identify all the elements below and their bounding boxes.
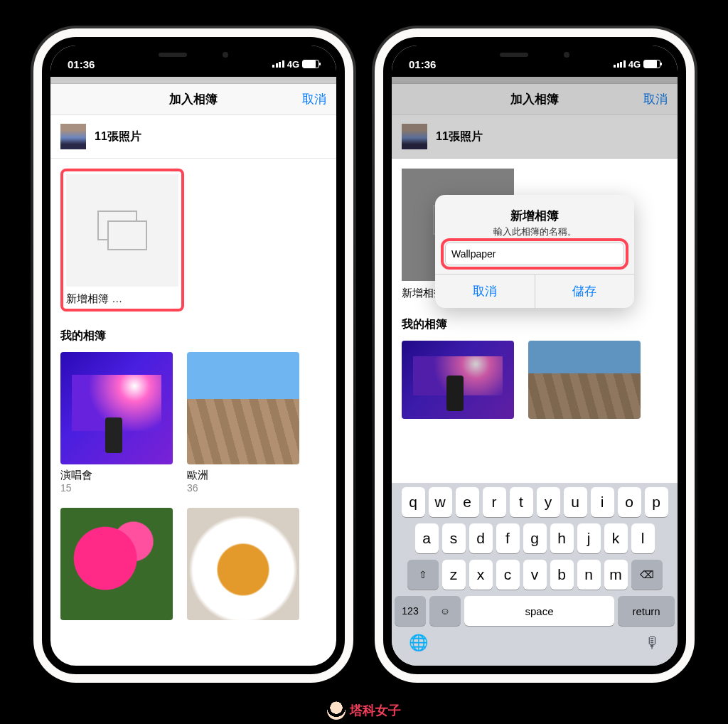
signal-icon xyxy=(614,60,626,68)
album-item[interactable] xyxy=(528,341,641,419)
backspace-key[interactable]: ⌫ xyxy=(631,560,663,590)
cancel-button[interactable]: 取消 xyxy=(302,91,326,107)
key-e[interactable]: e xyxy=(456,487,479,517)
key-n[interactable]: n xyxy=(577,560,601,590)
nav-bar: 加入相簿 取消 xyxy=(50,84,336,115)
space-key[interactable]: space xyxy=(464,596,614,626)
dialog-save-button[interactable]: 儲存 xyxy=(535,275,635,308)
selection-thumbnail xyxy=(402,124,427,149)
my-albums-header: 我的相簿 xyxy=(402,317,668,332)
battery-icon xyxy=(302,60,319,68)
phone-left: 01:36 4G 加入相簿 取消 11張照片 新增相簿 … 我的相簿 xyxy=(33,28,353,683)
keyboard-row-3: ⇧zxcvbnm⌫ xyxy=(395,560,675,590)
key-c[interactable]: c xyxy=(496,560,520,590)
emoji-key[interactable]: ☺ xyxy=(429,596,461,626)
key-b[interactable]: b xyxy=(550,560,574,590)
return-key[interactable]: return xyxy=(618,596,675,626)
dialog-title: 新增相簿 xyxy=(448,208,621,224)
selection-summary: 11張照片 xyxy=(50,115,336,159)
watermark-text: 塔科女子 xyxy=(350,702,401,719)
network-label: 4G xyxy=(287,59,299,70)
numbers-key[interactable]: 123 xyxy=(395,596,426,626)
dialog-message: 輸入此相簿的名稱。 xyxy=(448,225,621,238)
album-item[interactable] xyxy=(60,508,173,620)
cancel-button[interactable]: 取消 xyxy=(643,91,668,107)
globe-icon[interactable]: 🌐 xyxy=(409,634,428,652)
key-o[interactable]: o xyxy=(618,487,641,517)
key-g[interactable]: g xyxy=(523,523,547,553)
key-s[interactable]: s xyxy=(442,523,466,553)
highlight-box: 新增相簿 … xyxy=(60,169,184,312)
dialog-cancel-button[interactable]: 取消 xyxy=(435,275,535,308)
selection-count: 11張照片 xyxy=(436,129,483,144)
mic-icon[interactable]: 🎙 xyxy=(645,634,660,652)
key-v[interactable]: v xyxy=(523,560,547,590)
album-cover xyxy=(187,508,299,620)
shift-key[interactable]: ⇧ xyxy=(407,560,439,590)
keyboard-row-1: qwertyuiop xyxy=(395,487,675,517)
key-w[interactable]: w xyxy=(429,487,452,517)
key-r[interactable]: r xyxy=(483,487,506,517)
content-area: 新增相簿 … 我的相簿 演唱會 15 歐洲 36 xyxy=(50,159,336,630)
phone-right: 01:36 4G 加入相簿 取消 11張照片 新增相簿 … xyxy=(375,28,695,683)
sheet-grabber-area xyxy=(392,77,678,84)
album-item[interactable] xyxy=(187,508,299,620)
status-time: 01:36 xyxy=(68,58,95,70)
nav-title: 加入相簿 xyxy=(169,91,218,107)
selection-summary: 11張照片 xyxy=(392,115,678,159)
key-f[interactable]: f xyxy=(496,523,520,553)
key-z[interactable]: z xyxy=(442,560,466,590)
key-d[interactable]: d xyxy=(469,523,493,553)
album-cover xyxy=(528,341,641,419)
album-cover xyxy=(60,352,173,464)
album-item[interactable] xyxy=(402,341,514,419)
sheet-grabber-area xyxy=(50,77,336,84)
key-l[interactable]: l xyxy=(631,523,655,553)
album-name-input[interactable] xyxy=(445,243,624,265)
key-t[interactable]: t xyxy=(510,487,533,517)
album-name: 歐洲 xyxy=(187,469,299,482)
key-u[interactable]: u xyxy=(564,487,587,517)
album-item[interactable]: 歐洲 36 xyxy=(187,352,299,494)
my-albums-header: 我的相簿 xyxy=(60,329,326,344)
signal-icon xyxy=(272,60,284,68)
album-cover xyxy=(402,341,514,419)
device-notch xyxy=(478,46,592,64)
keyboard: qwertyuiop asdfghjkl ⇧zxcvbnm⌫ 123 ☺ spa… xyxy=(392,483,678,666)
nav-title: 加入相簿 xyxy=(510,91,559,107)
stack-icon xyxy=(97,211,147,250)
new-album-label: 新增相簿 … xyxy=(66,287,178,306)
key-m[interactable]: m xyxy=(604,560,628,590)
key-a[interactable]: a xyxy=(415,523,439,553)
key-p[interactable]: p xyxy=(645,487,668,517)
album-item[interactable]: 演唱會 15 xyxy=(60,352,173,494)
key-j[interactable]: j xyxy=(577,523,601,553)
key-y[interactable]: y xyxy=(537,487,560,517)
new-album-tile[interactable]: 新增相簿 … xyxy=(66,174,178,306)
nav-bar: 加入相簿 取消 xyxy=(392,84,678,115)
album-count: 15 xyxy=(60,482,173,494)
watermark: 塔科女子 xyxy=(327,701,401,720)
keyboard-row-2: asdfghjkl xyxy=(395,523,675,553)
battery-icon xyxy=(643,60,660,68)
album-count: 36 xyxy=(187,482,299,494)
new-album-dialog: 新增相簿 輸入此相簿的名稱。 取消 儲存 xyxy=(435,195,634,308)
key-q[interactable]: q xyxy=(402,487,425,517)
selection-thumbnail xyxy=(60,124,86,149)
watermark-avatar xyxy=(327,701,346,720)
device-notch xyxy=(136,46,250,64)
status-time: 01:36 xyxy=(409,58,436,70)
key-i[interactable]: i xyxy=(591,487,614,517)
key-x[interactable]: x xyxy=(469,560,493,590)
album-cover xyxy=(60,508,173,620)
network-label: 4G xyxy=(628,59,641,70)
selection-count: 11張照片 xyxy=(95,129,141,144)
key-k[interactable]: k xyxy=(604,523,628,553)
album-name: 演唱會 xyxy=(60,469,173,482)
album-cover xyxy=(187,352,299,464)
key-h[interactable]: h xyxy=(550,523,574,553)
